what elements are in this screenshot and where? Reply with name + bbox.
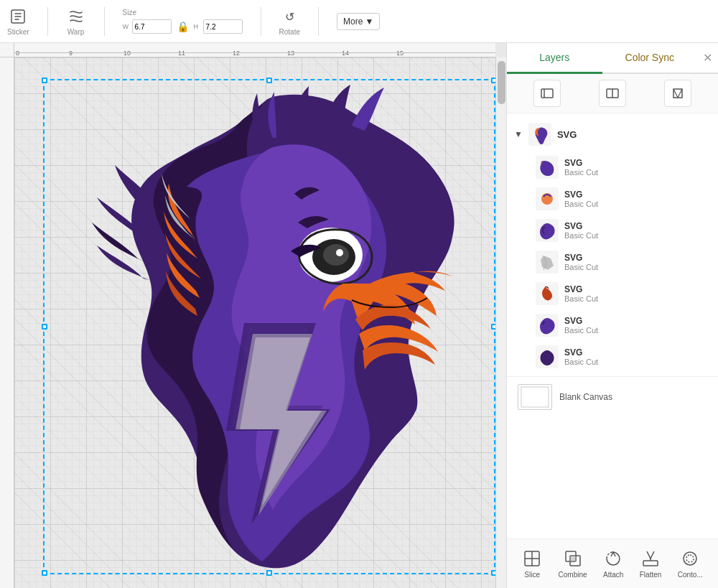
layer-thumb-4 xyxy=(536,251,559,274)
rotate-icon: ↺ xyxy=(279,6,299,27)
width-label: W xyxy=(123,23,130,30)
panel-tool-1[interactable] xyxy=(533,80,561,107)
lock-icon: 🔒 xyxy=(174,21,192,32)
layer-type-3: Basic Cut xyxy=(564,231,598,240)
layer-info-4: SVG Basic Cut xyxy=(564,253,598,271)
divider-3 xyxy=(261,7,261,36)
scrollbar-vertical[interactable] xyxy=(495,57,506,588)
contour-icon xyxy=(680,549,700,569)
layer-thumb-7 xyxy=(536,345,559,368)
slice-button[interactable]: Slice xyxy=(516,545,548,582)
svg-rect-10 xyxy=(521,387,549,407)
warp-tool[interactable]: Warp xyxy=(66,6,86,36)
more-dropdown-icon: ▼ xyxy=(365,17,373,27)
bottom-tools: Slice Combine xyxy=(514,545,711,582)
combine-button[interactable]: Combine xyxy=(553,545,593,582)
scrollbar-thumb[interactable] xyxy=(498,61,505,104)
layers-list[interactable]: ▼ SVG SVG xyxy=(507,113,718,538)
list-item[interactable]: SVG Basic Cut xyxy=(507,309,718,341)
list-item[interactable]: SVG Basic Cut xyxy=(507,151,718,183)
ruler-left xyxy=(0,57,14,588)
layer-thumb-3 xyxy=(536,219,559,242)
layer-name-5: SVG xyxy=(564,284,598,294)
group-name: SVG xyxy=(557,129,577,140)
layer-name-4: SVG xyxy=(564,253,598,263)
ruler-corner xyxy=(0,43,14,57)
rotate-tool[interactable]: ↺ Rotate xyxy=(279,6,300,36)
tab-color-sync[interactable]: Color Sync xyxy=(602,43,698,74)
slice-icon xyxy=(522,549,542,569)
layer-info-7: SVG Basic Cut xyxy=(564,347,598,366)
height-input[interactable] xyxy=(203,19,243,34)
layer-name-2: SVG xyxy=(564,190,598,200)
list-item[interactable]: SVG Basic Cut xyxy=(507,278,718,309)
layer-type-2: Basic Cut xyxy=(564,200,598,208)
ruler-top: 8 9 10 11 12 13 14 15 xyxy=(0,43,495,57)
layer-info-6: SVG Basic Cut xyxy=(564,316,598,335)
layer-info-1: SVG Basic Cut xyxy=(564,158,598,177)
panel-toolbar xyxy=(507,74,718,113)
attach-button[interactable]: Attach xyxy=(597,545,629,582)
layer-name-7: SVG xyxy=(564,347,598,358)
list-item[interactable]: SVG Basic Cut xyxy=(507,215,718,246)
layer-thumb-1 xyxy=(536,156,559,179)
panel-tool-3[interactable] xyxy=(664,80,691,107)
tab-layers[interactable]: Layers xyxy=(507,43,602,74)
layer-name-6: SVG xyxy=(564,316,598,326)
sticker-tool[interactable]: Sticker xyxy=(7,6,29,36)
combine-label: Combine xyxy=(559,571,587,579)
attach-label: Attach xyxy=(603,571,623,579)
attach-icon xyxy=(603,549,623,569)
width-input[interactable] xyxy=(132,19,172,34)
divider-1 xyxy=(47,7,48,36)
layer-type-7: Basic Cut xyxy=(564,358,598,366)
divider-2 xyxy=(104,7,105,36)
panel-tabs: Layers Color Sync ✕ xyxy=(507,43,718,74)
layer-name-3: SVG xyxy=(564,221,598,231)
svg-rect-5 xyxy=(541,89,553,98)
group-chevron-icon: ▼ xyxy=(514,129,523,139)
height-label: H xyxy=(194,23,201,30)
close-panel-button[interactable]: ✕ xyxy=(697,43,718,73)
panel-bottom: Slice Combine xyxy=(507,538,718,588)
more-button[interactable]: More ▼ xyxy=(337,13,380,30)
panel-tool-2[interactable] xyxy=(599,80,626,107)
layer-group-header[interactable]: ▼ SVG xyxy=(507,117,718,151)
size-inputs: Size W 🔒 H xyxy=(123,9,243,34)
more-label: More xyxy=(343,17,363,27)
warp-label: Warp xyxy=(67,28,85,36)
grid-canvas[interactable] xyxy=(14,57,495,588)
canvas-area[interactable]: 8 9 10 11 12 13 14 15 xyxy=(0,43,506,588)
blank-canvas-thumb xyxy=(518,384,552,410)
flatten-label: Flatten xyxy=(640,571,662,579)
svg-point-4 xyxy=(336,249,343,256)
contour-label: Conto... xyxy=(678,571,703,579)
svg-rect-16 xyxy=(643,561,658,566)
layer-thumb-2 xyxy=(536,187,559,210)
warp-icon xyxy=(66,6,86,27)
layer-thumb-5 xyxy=(536,282,559,305)
list-item[interactable]: SVG Basic Cut xyxy=(507,246,718,278)
blank-canvas-item[interactable]: Blank Canvas xyxy=(507,376,718,417)
sticker-icon xyxy=(8,6,28,27)
contour-button[interactable]: Conto... xyxy=(672,545,709,582)
sticker-label: Sticker xyxy=(7,28,29,36)
slice-label: Slice xyxy=(524,571,540,579)
list-item[interactable]: SVG Basic Cut xyxy=(507,341,718,373)
layer-thumb-6 xyxy=(536,314,559,337)
svg-point-3 xyxy=(323,244,349,266)
divider-4 xyxy=(318,7,319,36)
list-item[interactable]: SVG Basic Cut xyxy=(507,183,718,215)
layer-type-6: Basic Cut xyxy=(564,326,598,335)
size-label: Size xyxy=(123,9,243,17)
group-thumb xyxy=(528,123,551,146)
blank-canvas-label: Blank Canvas xyxy=(559,392,612,402)
main-toolbar: Sticker Warp Size W 🔒 H ↺ Rotate More ▼ xyxy=(0,0,718,43)
layer-info-5: SVG Basic Cut xyxy=(564,284,598,303)
flatten-button[interactable]: Flatten xyxy=(634,545,668,582)
rotate-label: Rotate xyxy=(279,28,300,36)
flatten-icon xyxy=(640,549,661,569)
combine-icon xyxy=(563,549,583,569)
layer-name-1: SVG xyxy=(564,158,598,168)
layer-type-4: Basic Cut xyxy=(564,263,598,271)
